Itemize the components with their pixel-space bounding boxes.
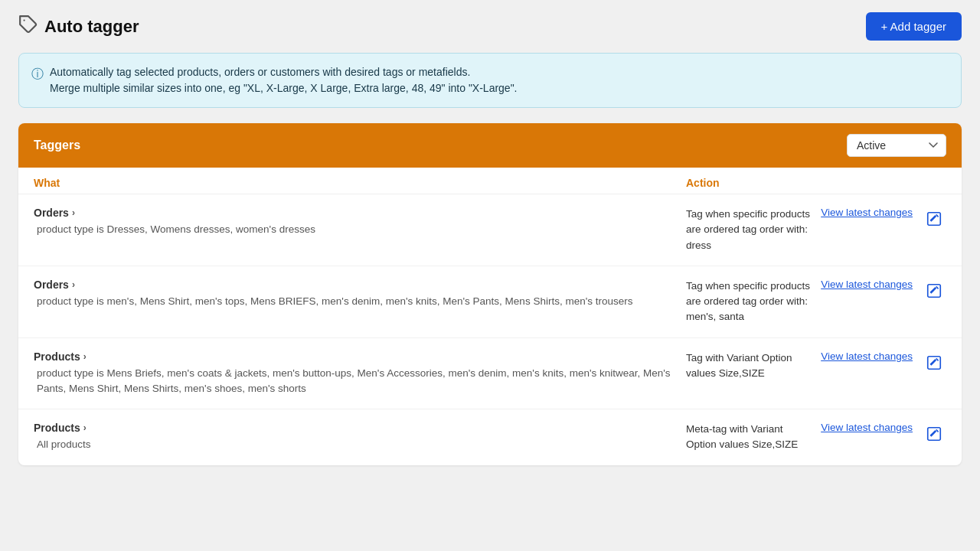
info-text: Automatically tag selected products, ord… xyxy=(50,64,518,96)
table-row: Products › All products Meta-tag with Va… xyxy=(18,409,962,465)
tagger-action-1: Tag when specific products are ordered t… xyxy=(686,207,946,253)
view-latest-changes-link-3[interactable]: View latest changes xyxy=(821,350,913,362)
title-group: Auto tagger xyxy=(18,15,139,39)
column-headers: What Action xyxy=(18,168,962,194)
action-text-2: Tag when specific products are ordered t… xyxy=(686,279,812,325)
tagger-products-4: All products xyxy=(34,437,671,452)
tagger-category-1: Orders › xyxy=(34,207,671,219)
tagger-action-3: Tag with Variant Option values Size,SIZE… xyxy=(686,350,946,382)
tagger-what-4: Products › All products xyxy=(34,422,686,452)
action-text-3: Tag with Variant Option values Size,SIZE xyxy=(686,350,812,382)
action-text-1: Tag when specific products are ordered t… xyxy=(686,207,812,253)
tagger-action-2: Tag when specific products are ordered t… xyxy=(686,279,946,325)
taggers-card: Taggers Active Inactive All What Action … xyxy=(18,123,962,465)
info-banner: ⓘ Automatically tag selected products, o… xyxy=(18,53,962,108)
taggers-header: Taggers Active Inactive All xyxy=(18,123,962,168)
status-filter-select[interactable]: Active Inactive All xyxy=(847,134,946,157)
edit-button-2[interactable] xyxy=(922,279,946,303)
edit-button-3[interactable] xyxy=(922,350,946,375)
view-latest-changes-link-2[interactable]: View latest changes xyxy=(821,279,913,290)
tagger-what-1: Orders › product type is Dresses, Womens… xyxy=(34,207,686,237)
tagger-products-2: product type is men's, Mens Shirt, men's… xyxy=(34,294,671,309)
edit-button-1[interactable] xyxy=(922,207,946,231)
table-row: Orders › product type is men's, Mens Shi… xyxy=(18,266,962,338)
tagger-category-2: Orders › xyxy=(34,279,671,291)
action-text-4: Meta-tag with Variant Option values Size… xyxy=(686,422,812,453)
chevron-right-icon: › xyxy=(72,279,75,290)
page-title: Auto tagger xyxy=(44,17,139,37)
table-row: Orders › product type is Dresses, Womens… xyxy=(18,194,962,266)
tag-icon xyxy=(18,15,38,39)
table-row: Products › product type is Mens Briefs, … xyxy=(18,338,962,410)
tagger-products-3: product type is Mens Briefs, men's coats… xyxy=(34,366,671,397)
tagger-category-4: Products › xyxy=(34,422,671,434)
tagger-products-1: product type is Dresses, Womens dresses,… xyxy=(34,222,671,237)
tagger-action-4: Meta-tag with Variant Option values Size… xyxy=(686,422,946,453)
chevron-right-icon: › xyxy=(83,351,87,362)
edit-button-4[interactable] xyxy=(922,422,946,446)
page-header: Auto tagger + Add tagger xyxy=(18,12,962,41)
view-latest-changes-link-4[interactable]: View latest changes xyxy=(821,422,913,433)
chevron-right-icon: › xyxy=(72,207,75,218)
tagger-what-2: Orders › product type is men's, Mens Shi… xyxy=(34,279,686,309)
add-tagger-button[interactable]: + Add tagger xyxy=(866,12,962,41)
tagger-category-3: Products › xyxy=(34,350,671,363)
taggers-title: Taggers xyxy=(34,139,80,152)
view-latest-changes-link-1[interactable]: View latest changes xyxy=(821,207,913,218)
info-icon: ⓘ xyxy=(31,65,44,83)
tagger-what-3: Products › product type is Mens Briefs, … xyxy=(34,350,686,397)
col-header-what: What xyxy=(34,177,686,189)
col-header-action: Action xyxy=(686,177,946,189)
chevron-right-icon: › xyxy=(83,422,87,433)
